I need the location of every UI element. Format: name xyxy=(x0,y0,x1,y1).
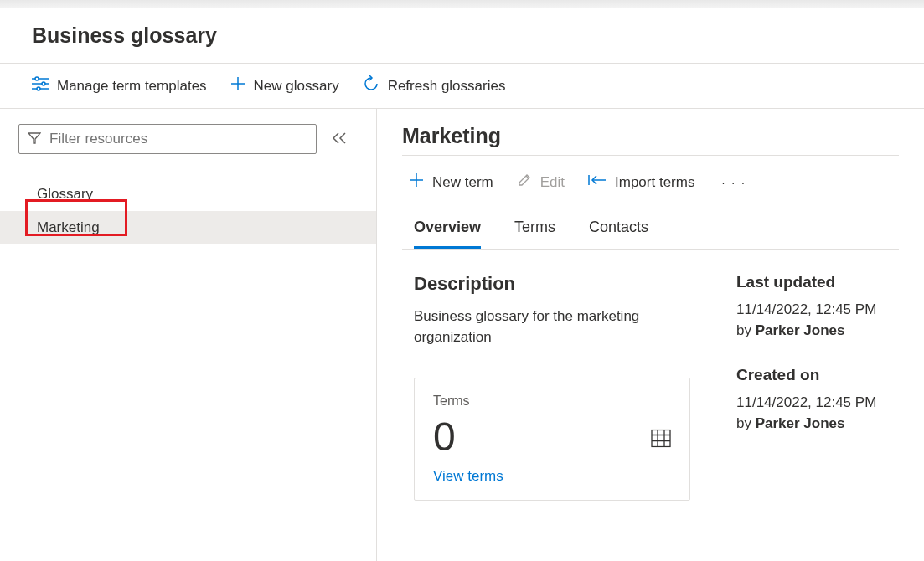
tab-label: Terms xyxy=(514,219,555,235)
manage-term-templates-label: Manage term templates xyxy=(57,78,207,95)
filter-box[interactable] xyxy=(18,124,317,154)
tab-overview[interactable]: Overview xyxy=(414,219,481,249)
divider xyxy=(402,155,899,156)
created-on-author: Parker Jones xyxy=(756,415,845,431)
terms-card: Terms 0 View terms xyxy=(414,378,690,501)
svg-point-3 xyxy=(35,77,39,80)
refresh-icon xyxy=(363,75,379,96)
window-top-shadow xyxy=(0,0,924,8)
tabs: Overview Terms Contacts xyxy=(402,203,899,250)
created-on-value: 11/14/2022, 12:45 PM by Parker Jones xyxy=(736,393,887,434)
edit-button[interactable]: Edit xyxy=(517,172,565,192)
page-title-row: Business glossary xyxy=(0,8,924,64)
new-glossary-label: New glossary xyxy=(254,78,339,95)
svg-point-5 xyxy=(37,87,40,90)
terms-card-count: 0 xyxy=(433,414,671,460)
terms-card-label: Terms xyxy=(433,394,671,409)
sidebar-item-glossary[interactable]: Glossary xyxy=(0,178,376,211)
sidebar-item-label: Marketing xyxy=(37,219,100,235)
tab-label: Contacts xyxy=(589,219,648,235)
collapse-sidebar-icon[interactable] xyxy=(332,131,347,147)
import-icon xyxy=(588,173,607,191)
plus-icon xyxy=(409,172,424,192)
sidebar-item-marketing[interactable]: Marketing xyxy=(0,211,376,244)
tab-contacts[interactable]: Contacts xyxy=(589,219,648,249)
page-title: Business glossary xyxy=(32,23,892,48)
tab-terms[interactable]: Terms xyxy=(514,219,555,249)
glossary-tree: Glossary Marketing xyxy=(0,178,376,244)
import-terms-label: Import terms xyxy=(615,174,694,191)
created-on-label: Created on xyxy=(736,366,887,384)
svg-rect-14 xyxy=(652,430,670,446)
new-glossary-button[interactable]: New glossary xyxy=(230,76,339,95)
more-actions-button[interactable]: · · · xyxy=(718,176,749,189)
action-row: New term Edit Import terms · · · xyxy=(402,161,899,203)
description-heading: Description xyxy=(414,273,711,295)
sliders-icon xyxy=(32,76,49,95)
tab-label: Overview xyxy=(414,219,481,235)
table-icon xyxy=(651,429,671,450)
overview-section: Description Business glossary for the ma… xyxy=(402,250,899,501)
new-term-label: New term xyxy=(432,174,493,191)
view-terms-link[interactable]: View terms xyxy=(433,468,671,485)
import-terms-button[interactable]: Import terms xyxy=(588,173,694,191)
filter-icon xyxy=(28,131,41,147)
last-updated-value: 11/14/2022, 12:45 PM by Parker Jones xyxy=(736,300,887,341)
filter-row xyxy=(0,124,376,154)
svg-point-4 xyxy=(42,82,45,85)
sidebar: Glossary Marketing xyxy=(0,109,377,561)
manage-term-templates-button[interactable]: Manage term templates xyxy=(32,76,207,95)
toolbar: Manage term templates New glossary Refre… xyxy=(0,64,924,108)
main-panel: Marketing New term Edit Import terms xyxy=(377,109,924,561)
filter-input[interactable] xyxy=(49,131,307,147)
edit-label: Edit xyxy=(540,174,565,191)
pencil-icon xyxy=(517,172,532,192)
refresh-glossaries-button[interactable]: Refresh glossaries xyxy=(363,75,506,96)
new-term-button[interactable]: New term xyxy=(409,172,493,192)
svg-marker-8 xyxy=(28,133,40,143)
sidebar-item-label: Glossary xyxy=(37,186,93,202)
plus-icon xyxy=(230,76,245,95)
main-title: Marketing xyxy=(402,124,899,148)
description-text: Business glossary for the marketing orga… xyxy=(414,306,711,347)
overview-left-column: Description Business glossary for the ma… xyxy=(414,273,711,501)
last-updated-author: Parker Jones xyxy=(756,322,845,338)
last-updated-label: Last updated xyxy=(736,273,887,291)
content-area: Glossary Marketing Marketing New term Ed… xyxy=(0,108,924,561)
overview-right-column: Last updated 11/14/2022, 12:45 PM by Par… xyxy=(736,273,887,501)
refresh-glossaries-label: Refresh glossaries xyxy=(388,78,506,95)
